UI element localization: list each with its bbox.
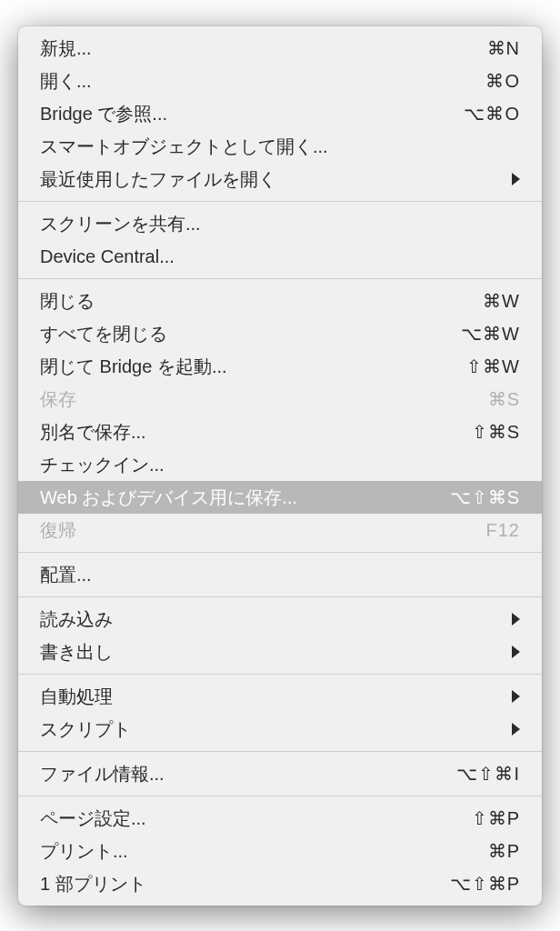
menu-item-right: ⌥⌘O <box>464 100 520 127</box>
menu-item-close-go-bridge[interactable]: 閉じて Bridge を起動...⇧⌘W <box>18 350 542 383</box>
menu-shortcut: ⌥⇧⌘P <box>450 870 520 897</box>
menu-separator <box>18 751 542 752</box>
menu-item-label: 閉じる <box>40 287 95 315</box>
menu-item-right: ⌥⇧⌘S <box>450 484 520 511</box>
menu-item-place[interactable]: 配置... <box>18 558 542 591</box>
menu-item-label: 1 部プリント <box>40 870 146 897</box>
menu-item-import[interactable]: 読み込み <box>18 603 542 636</box>
menu-item-label: Device Central... <box>40 243 175 270</box>
menu-shortcut: ⌥⇧⌘S <box>450 484 520 511</box>
menu-item-file-info[interactable]: ファイル情報...⌥⇧⌘I <box>18 757 542 790</box>
menu-item-page-setup[interactable]: ページ設定...⇧⌘P <box>18 802 542 835</box>
menu-item-label: Bridge で参照... <box>40 100 167 127</box>
menu-item-open-recent[interactable]: 最近使用したファイルを開く <box>18 163 542 195</box>
menu-item-right: ⌥⌘W <box>461 320 520 347</box>
menu-item-label: 最近使用したファイルを開く <box>40 165 276 193</box>
menu-separator <box>18 674 542 675</box>
menu-separator <box>18 596 542 597</box>
menu-item-label: 開く... <box>40 67 92 95</box>
menu-shortcut: ⌘O <box>485 67 520 95</box>
menu-shortcut: ⌘P <box>488 837 520 865</box>
menu-item-export[interactable]: 書き出し <box>18 636 542 668</box>
menu-shortcut: ⇧⌘P <box>472 805 520 832</box>
menu-shortcut: ⌘W <box>483 287 520 315</box>
menu-item-right <box>512 613 520 626</box>
menu-shortcut: ⌘S <box>488 385 520 413</box>
menu-shortcut: ⇧⌘W <box>466 353 520 380</box>
menu-item-right: ⇧⌘S <box>472 418 520 445</box>
menu-item-label: すべてを閉じる <box>40 320 167 347</box>
menu-item-label: スマートオブジェクトとして開く... <box>40 133 328 160</box>
menu-item-label: スクリーンを共有... <box>40 210 201 237</box>
menu-item-close[interactable]: 閉じる⌘W <box>18 285 542 317</box>
menu-item-label: ページ設定... <box>40 805 146 832</box>
menu-item-right: ⇧⌘P <box>472 805 520 832</box>
menu-shortcut: ⌥⇧⌘I <box>456 760 520 787</box>
menu-item-label: プリント... <box>40 837 128 865</box>
menu-item-right: ⌥⇧⌘P <box>450 870 520 897</box>
menu-item-save: 保存⌘S <box>18 383 542 415</box>
submenu-arrow-icon <box>512 723 520 736</box>
menu-item-right: ⇧⌘W <box>466 353 520 380</box>
menu-item-save-for-web[interactable]: Web およびデバイス用に保存...⌥⇧⌘S <box>18 481 542 514</box>
menu-item-automate[interactable]: 自動処理 <box>18 680 542 713</box>
menu-item-print[interactable]: プリント...⌘P <box>18 835 542 867</box>
menu-item-right: ⌘S <box>488 385 520 413</box>
menu-item-label: 配置... <box>40 561 92 588</box>
menu-item-browse-bridge[interactable]: Bridge で参照...⌥⌘O <box>18 97 542 130</box>
menu-item-right: ⌘O <box>485 67 520 95</box>
menu-item-label: ファイル情報... <box>40 760 165 787</box>
menu-item-revert: 復帰F12 <box>18 514 542 546</box>
menu-shortcut: ⇧⌘S <box>472 418 520 445</box>
menu-item-label: 書き出し <box>40 638 113 666</box>
menu-item-print-one[interactable]: 1 部プリント⌥⇧⌘P <box>18 867 542 900</box>
menu-item-new[interactable]: 新規...⌘N <box>18 32 542 65</box>
submenu-arrow-icon <box>512 646 520 658</box>
menu-item-label: 保存 <box>40 385 76 413</box>
menu-item-right <box>512 690 520 703</box>
menu-shortcut: F12 <box>486 516 520 544</box>
menu-shortcut: ⌥⌘W <box>461 320 520 347</box>
menu-item-label: Web およびデバイス用に保存... <box>40 484 297 511</box>
file-menu: 新規...⌘N開く...⌘OBridge で参照...⌥⌘Oスマートオブジェクト… <box>18 26 542 906</box>
menu-item-label: スクリプト <box>40 716 131 743</box>
menu-item-label: 閉じて Bridge を起動... <box>40 353 227 380</box>
menu-item-right: ⌘P <box>488 837 520 865</box>
menu-item-device-central[interactable]: Device Central... <box>18 240 542 273</box>
menu-item-right <box>512 646 520 658</box>
submenu-arrow-icon <box>512 690 520 703</box>
menu-item-share-screen[interactable]: スクリーンを共有... <box>18 207 542 240</box>
menu-item-right: F12 <box>486 516 520 544</box>
menu-separator <box>18 552 542 553</box>
submenu-arrow-icon <box>512 613 520 626</box>
menu-item-open[interactable]: 開く...⌘O <box>18 65 542 97</box>
menu-shortcut: ⌘N <box>487 35 520 62</box>
menu-item-label: チェックイン... <box>40 451 165 478</box>
menu-item-right: ⌘N <box>487 35 520 62</box>
menu-item-label: 自動処理 <box>40 683 113 710</box>
menu-item-check-in[interactable]: チェックイン... <box>18 448 542 481</box>
menu-item-save-as[interactable]: 別名で保存...⇧⌘S <box>18 415 542 448</box>
menu-separator <box>18 278 542 279</box>
menu-separator <box>18 201 542 202</box>
menu-item-label: 新規... <box>40 35 92 62</box>
menu-item-label: 復帰 <box>40 516 76 544</box>
menu-shortcut: ⌥⌘O <box>464 100 520 127</box>
menu-item-right <box>512 173 520 185</box>
submenu-arrow-icon <box>512 173 520 185</box>
menu-item-label: 別名で保存... <box>40 418 146 445</box>
menu-item-label: 読み込み <box>40 606 113 633</box>
menu-item-scripts[interactable]: スクリプト <box>18 713 542 746</box>
menu-item-right <box>512 723 520 736</box>
menu-item-right: ⌘W <box>483 287 520 315</box>
menu-item-close-all[interactable]: すべてを閉じる⌥⌘W <box>18 317 542 350</box>
menu-item-right: ⌥⇧⌘I <box>456 760 520 787</box>
menu-item-open-as-smart[interactable]: スマートオブジェクトとして開く... <box>18 130 542 163</box>
menu-separator <box>18 796 542 796</box>
